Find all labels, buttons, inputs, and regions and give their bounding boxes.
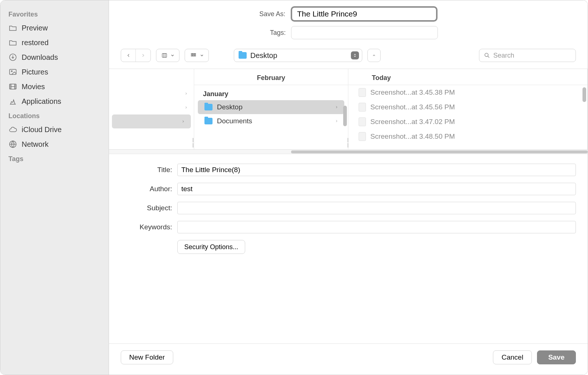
- title-input[interactable]: [177, 164, 576, 176]
- sidebar-item-label: Applications: [22, 97, 61, 106]
- row-label: Screenshot...at 3.48.50 PM: [370, 132, 578, 141]
- sidebar-item-label: Downloads: [22, 53, 58, 62]
- svg-rect-8: [195, 54, 196, 55]
- row-label: Screenshot...at 3.45.38 PM: [370, 88, 578, 97]
- keywords-label: Keywords:: [121, 223, 172, 231]
- cloud-icon: [8, 125, 17, 134]
- subject-input[interactable]: [177, 202, 576, 214]
- nav-buttons: [121, 49, 151, 62]
- column-header: Today: [348, 69, 587, 85]
- file-browser: February January Desktop Documents Today: [109, 69, 588, 150]
- location-selector-value: Desktop: [250, 51, 347, 60]
- row-label: Documents: [217, 117, 330, 125]
- view-group-button[interactable]: [185, 49, 209, 62]
- list-item[interactable]: [109, 101, 194, 114]
- scrollbar-vertical[interactable]: [582, 87, 586, 102]
- file-icon: [359, 117, 366, 126]
- footer: New Folder Cancel Save: [109, 343, 588, 375]
- folder-icon: [8, 38, 17, 47]
- search-input[interactable]: [493, 52, 571, 59]
- svg-rect-7: [193, 54, 194, 55]
- file-icon: [359, 88, 366, 97]
- author-input[interactable]: [177, 183, 576, 195]
- browser-column-2: Today Screenshot...at 3.45.38 PM Screens…: [348, 69, 588, 149]
- author-label: Author:: [121, 185, 172, 193]
- row-label: Screenshot...at 3.45.56 PM: [370, 103, 578, 111]
- pictures-icon: [8, 68, 17, 76]
- sidebar-section-favorites: Favorites: [4, 7, 105, 21]
- subject-label: Subject:: [121, 204, 172, 212]
- file-row[interactable]: Screenshot...at 3.48.50 PM: [352, 129, 584, 144]
- tags-input[interactable]: [291, 26, 438, 39]
- list-item[interactable]: [109, 87, 194, 101]
- network-icon: [8, 140, 17, 149]
- svg-point-12: [485, 53, 488, 57]
- browser-column-0: [109, 69, 194, 149]
- applications-icon: [8, 97, 17, 106]
- metadata-panel: Title: Author: Subject: Keywords: Securi…: [109, 154, 588, 343]
- keywords-input[interactable]: [177, 221, 576, 233]
- svg-rect-10: [193, 55, 194, 56]
- row-label: Screenshot...at 3.47.02 PM: [370, 118, 578, 126]
- column-resize-handle[interactable]: [192, 138, 194, 148]
- save-button[interactable]: Save: [537, 350, 576, 364]
- sidebar-item-icloud-drive[interactable]: iCloud Drive: [4, 122, 105, 137]
- sidebar-item-label: Preview: [22, 24, 48, 32]
- file-icon: [359, 132, 366, 141]
- column-subheader: January: [194, 85, 348, 100]
- download-icon: [8, 53, 17, 62]
- list-item[interactable]: [112, 114, 191, 128]
- sidebar-item-label: iCloud Drive: [22, 125, 62, 134]
- svg-rect-6: [191, 54, 192, 55]
- tags-row: Tags:: [109, 24, 588, 43]
- svg-point-2: [11, 71, 12, 72]
- chevron-right-icon: [335, 119, 338, 123]
- svg-rect-5: [162, 54, 167, 58]
- cancel-button[interactable]: Cancel: [493, 350, 531, 364]
- folder-icon: [204, 118, 213, 124]
- scrollbar-horizontal[interactable]: [109, 150, 588, 154]
- sidebar: Favorites Preview restored Downloads Pic…: [0, 0, 109, 375]
- movies-icon: [8, 82, 17, 91]
- sidebar-item-label: Network: [22, 140, 48, 149]
- toolbar: Desktop: [109, 43, 588, 69]
- sidebar-item-pictures[interactable]: Pictures: [4, 65, 105, 79]
- folder-row-documents[interactable]: Documents: [198, 114, 344, 128]
- collapse-button[interactable]: [367, 49, 381, 62]
- column-resize-handle[interactable]: [347, 138, 349, 148]
- sidebar-item-downloads[interactable]: Downloads: [4, 50, 105, 65]
- tags-label: Tags:: [259, 29, 286, 37]
- save-as-row: Save As:: [109, 0, 588, 24]
- file-icon: [359, 103, 366, 112]
- column-header: February: [194, 69, 348, 85]
- scrollbar-vertical[interactable]: [343, 106, 347, 126]
- new-folder-button[interactable]: New Folder: [121, 350, 173, 364]
- sidebar-section-tags: Tags: [4, 152, 105, 165]
- folder-row-desktop[interactable]: Desktop: [198, 100, 344, 114]
- main: Save As: Tags:: [109, 0, 588, 375]
- file-row[interactable]: Screenshot...at 3.45.56 PM: [352, 100, 584, 114]
- nav-back-button[interactable]: [121, 49, 136, 62]
- file-row[interactable]: Screenshot...at 3.45.38 PM: [352, 85, 584, 100]
- nav-forward-button[interactable]: [136, 49, 150, 62]
- sidebar-section-locations: Locations: [4, 109, 105, 122]
- search-box[interactable]: [479, 49, 576, 62]
- svg-rect-9: [191, 55, 192, 56]
- folder-icon: [239, 52, 247, 59]
- svg-rect-11: [195, 55, 196, 56]
- save-as-label: Save As:: [259, 10, 285, 18]
- sidebar-item-preview[interactable]: Preview: [4, 21, 105, 35]
- save-as-input[interactable]: [291, 6, 438, 22]
- file-row[interactable]: Screenshot...at 3.47.02 PM: [352, 114, 584, 129]
- sidebar-item-network[interactable]: Network: [4, 137, 105, 152]
- sidebar-item-restored[interactable]: restored: [4, 35, 105, 50]
- sidebar-item-movies[interactable]: Movies: [4, 79, 105, 94]
- folder-icon: [8, 23, 17, 32]
- folder-icon: [204, 104, 213, 110]
- chevron-right-icon: [335, 105, 338, 109]
- security-options-button[interactable]: Security Options...: [177, 240, 245, 254]
- sidebar-item-label: Movies: [22, 83, 45, 91]
- location-selector[interactable]: Desktop: [234, 49, 362, 62]
- sidebar-item-applications[interactable]: Applications: [4, 94, 105, 109]
- view-columns-button[interactable]: [156, 49, 179, 62]
